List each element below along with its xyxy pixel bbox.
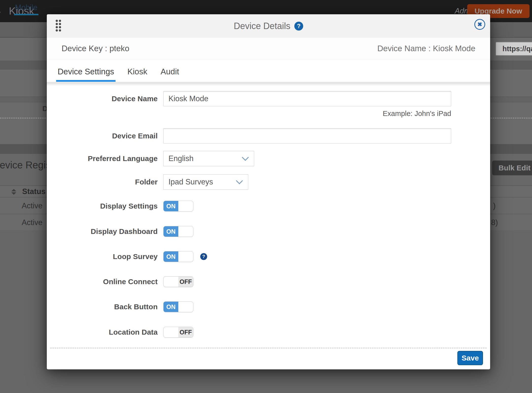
- display-dashboard-label: Display Dashboard: [47, 227, 158, 236]
- device-url-input[interactable]: https://qa.: [496, 42, 532, 56]
- toggle-state: ON: [164, 226, 178, 237]
- preferred-language-label: Preferred Language: [47, 154, 158, 163]
- partial-cell: ): [493, 201, 496, 210]
- toggle-state: ON: [164, 201, 178, 211]
- modal-title: Device Details: [234, 21, 290, 31]
- device-name-input[interactable]: [163, 91, 451, 106]
- loop-survey-row: Loop Survey ON ?: [47, 251, 490, 262]
- online-connect-row: Online Connect OFF: [47, 276, 490, 287]
- back-button-row: Back Button ON: [47, 301, 490, 312]
- back-button-toggle[interactable]: ON: [163, 301, 193, 312]
- location-data-row: Location Data OFF: [47, 327, 490, 338]
- toggle-state: OFF: [178, 327, 193, 337]
- folder-label: Folder: [47, 178, 158, 186]
- bulk-edit-devices-button[interactable]: Bulk Edit Devices: [492, 161, 532, 175]
- location-data-toggle[interactable]: OFF: [163, 327, 193, 338]
- tab-audit[interactable]: Audit: [159, 67, 181, 82]
- toggle-state: ON: [164, 302, 178, 312]
- device-email-label: Device Email: [47, 132, 158, 140]
- device-key-text: Device Key : pteko: [62, 44, 129, 53]
- display-settings-row: Display Settings ON: [47, 201, 490, 212]
- page: › Kiosk Admin Upgrade Now Mobile https:/…: [0, 0, 532, 393]
- loop-survey-label: Loop Survey: [47, 252, 158, 261]
- chevron-down-icon: [242, 154, 249, 163]
- display-dashboard-row: Display Dashboard ON: [47, 226, 490, 237]
- device-details-modal: Device Details ? ✖ Device Key : pteko De…: [47, 14, 490, 369]
- device-key-row: Device Key : pteko Device Name : Kiosk M…: [47, 38, 490, 59]
- device-name-text: Device Name : Kiosk Mode: [377, 44, 475, 53]
- online-connect-label: Online Connect: [47, 278, 158, 286]
- online-connect-toggle[interactable]: OFF: [163, 276, 193, 287]
- help-icon[interactable]: ?: [294, 22, 303, 31]
- device-name-row: Device Name: [47, 91, 490, 106]
- device-email-row: Device Email: [47, 128, 490, 144]
- preferred-language-row: Preferred Language English: [47, 151, 490, 166]
- toggle-state: ON: [164, 251, 178, 262]
- breadcrumb-chevron-icon: ›: [0, 0, 1, 22]
- modal-tab-bar: Device Settings Kiosk Audit: [47, 59, 490, 82]
- save-button[interactable]: Save: [457, 351, 483, 365]
- status-cell: Active: [22, 201, 42, 210]
- close-icon[interactable]: ✖: [474, 19, 485, 30]
- device-name-hint: Example: John's iPad: [163, 110, 451, 118]
- partial-cell: 8): [491, 218, 498, 227]
- toggle-state: OFF: [178, 277, 193, 287]
- device-email-input[interactable]: [163, 128, 451, 144]
- folder-row: Folder Ipad Surveys: [47, 174, 490, 190]
- drag-handle-icon[interactable]: [56, 20, 61, 32]
- tab-bar-shadow: [47, 82, 490, 86]
- display-settings-label: Display Settings: [47, 202, 158, 210]
- loop-survey-toggle[interactable]: ON: [163, 251, 193, 262]
- location-data-label: Location Data: [47, 328, 158, 336]
- folder-select[interactable]: Ipad Surveys: [163, 174, 248, 190]
- preferred-language-select[interactable]: English: [163, 151, 254, 166]
- tab-mobile[interactable]: Mobile: [14, 3, 38, 15]
- status-column-header[interactable]: Status: [22, 186, 46, 197]
- sort-icon[interactable]: [11, 189, 16, 195]
- tab-device-settings[interactable]: Device Settings: [56, 67, 116, 82]
- back-button-label: Back Button: [47, 303, 158, 311]
- preferred-language-value: English: [168, 154, 194, 163]
- chevron-down-icon: [236, 178, 243, 186]
- tab-kiosk[interactable]: Kiosk: [126, 67, 149, 82]
- device-name-label: Device Name: [47, 95, 158, 103]
- folder-value: Ipad Surveys: [168, 178, 213, 186]
- modal-header: Device Details ?: [47, 14, 490, 38]
- loop-survey-help-icon[interactable]: ?: [200, 253, 207, 260]
- display-dashboard-toggle[interactable]: ON: [163, 226, 193, 237]
- status-cell: Active: [22, 218, 42, 227]
- footer-divider: [50, 348, 487, 348]
- display-settings-toggle[interactable]: ON: [163, 201, 193, 212]
